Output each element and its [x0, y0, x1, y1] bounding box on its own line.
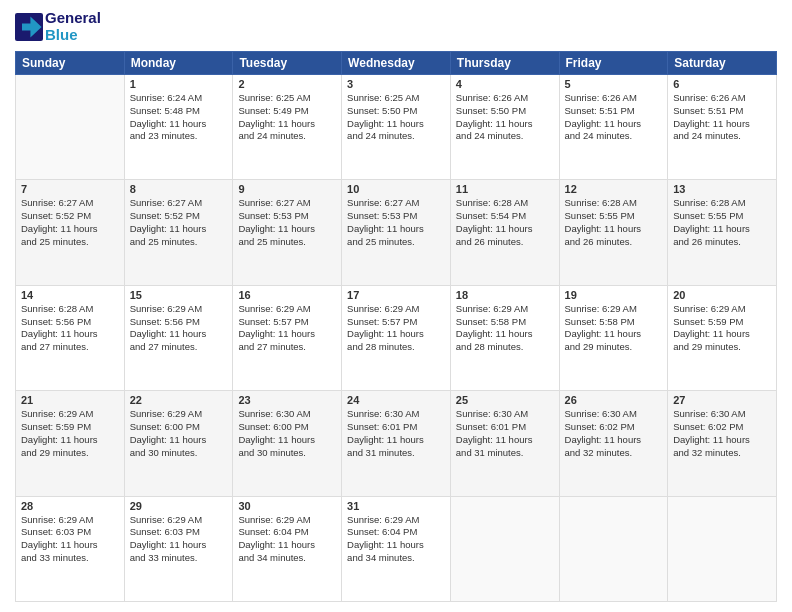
day-info: Sunrise: 6:25 AMSunset: 5:49 PMDaylight:…: [238, 92, 336, 143]
day-number: 6: [673, 78, 771, 90]
weekday-header-monday: Monday: [124, 52, 233, 75]
calendar-cell: 26Sunrise: 6:30 AMSunset: 6:02 PMDayligh…: [559, 391, 668, 496]
day-number: 13: [673, 183, 771, 195]
day-number: 28: [21, 500, 119, 512]
day-number: 7: [21, 183, 119, 195]
day-info: Sunrise: 6:29 AMSunset: 5:57 PMDaylight:…: [347, 303, 445, 354]
day-info: Sunrise: 6:27 AMSunset: 5:52 PMDaylight:…: [21, 197, 119, 248]
day-info: Sunrise: 6:30 AMSunset: 6:01 PMDaylight:…: [456, 408, 554, 459]
day-number: 25: [456, 394, 554, 406]
day-info: Sunrise: 6:27 AMSunset: 5:53 PMDaylight:…: [238, 197, 336, 248]
day-info: Sunrise: 6:29 AMSunset: 6:03 PMDaylight:…: [130, 514, 228, 565]
day-info: Sunrise: 6:29 AMSunset: 5:58 PMDaylight:…: [565, 303, 663, 354]
day-info: Sunrise: 6:28 AMSunset: 5:54 PMDaylight:…: [456, 197, 554, 248]
day-number: 16: [238, 289, 336, 301]
calendar-cell: 29Sunrise: 6:29 AMSunset: 6:03 PMDayligh…: [124, 496, 233, 601]
day-info: Sunrise: 6:29 AMSunset: 6:00 PMDaylight:…: [130, 408, 228, 459]
day-number: 14: [21, 289, 119, 301]
day-info: Sunrise: 6:30 AMSunset: 6:01 PMDaylight:…: [347, 408, 445, 459]
calendar-cell: 11Sunrise: 6:28 AMSunset: 5:54 PMDayligh…: [450, 180, 559, 285]
day-info: Sunrise: 6:29 AMSunset: 6:04 PMDaylight:…: [347, 514, 445, 565]
calendar-table: SundayMondayTuesdayWednesdayThursdayFrid…: [15, 51, 777, 602]
calendar-week-row: 14Sunrise: 6:28 AMSunset: 5:56 PMDayligh…: [16, 285, 777, 390]
calendar-cell: 15Sunrise: 6:29 AMSunset: 5:56 PMDayligh…: [124, 285, 233, 390]
weekday-header-saturday: Saturday: [668, 52, 777, 75]
day-number: 18: [456, 289, 554, 301]
weekday-header-sunday: Sunday: [16, 52, 125, 75]
day-number: 31: [347, 500, 445, 512]
day-number: 26: [565, 394, 663, 406]
calendar-cell: 20Sunrise: 6:29 AMSunset: 5:59 PMDayligh…: [668, 285, 777, 390]
day-number: 15: [130, 289, 228, 301]
page: General Blue SundayMondayTuesdayWednesda…: [0, 0, 792, 612]
day-number: 21: [21, 394, 119, 406]
day-info: Sunrise: 6:30 AMSunset: 6:02 PMDaylight:…: [673, 408, 771, 459]
calendar-cell: [668, 496, 777, 601]
logo: General Blue: [15, 10, 101, 43]
day-number: 8: [130, 183, 228, 195]
calendar-cell: 17Sunrise: 6:29 AMSunset: 5:57 PMDayligh…: [342, 285, 451, 390]
calendar-cell: 7Sunrise: 6:27 AMSunset: 5:52 PMDaylight…: [16, 180, 125, 285]
day-info: Sunrise: 6:28 AMSunset: 5:56 PMDaylight:…: [21, 303, 119, 354]
day-number: 23: [238, 394, 336, 406]
day-number: 20: [673, 289, 771, 301]
calendar-week-row: 7Sunrise: 6:27 AMSunset: 5:52 PMDaylight…: [16, 180, 777, 285]
day-info: Sunrise: 6:29 AMSunset: 5:59 PMDaylight:…: [673, 303, 771, 354]
day-info: Sunrise: 6:29 AMSunset: 6:03 PMDaylight:…: [21, 514, 119, 565]
day-info: Sunrise: 6:29 AMSunset: 5:57 PMDaylight:…: [238, 303, 336, 354]
day-number: 9: [238, 183, 336, 195]
calendar-cell: 18Sunrise: 6:29 AMSunset: 5:58 PMDayligh…: [450, 285, 559, 390]
day-number: 2: [238, 78, 336, 90]
day-number: 4: [456, 78, 554, 90]
calendar-cell: 28Sunrise: 6:29 AMSunset: 6:03 PMDayligh…: [16, 496, 125, 601]
day-number: 29: [130, 500, 228, 512]
calendar-cell: 25Sunrise: 6:30 AMSunset: 6:01 PMDayligh…: [450, 391, 559, 496]
day-info: Sunrise: 6:30 AMSunset: 6:02 PMDaylight:…: [565, 408, 663, 459]
weekday-header-wednesday: Wednesday: [342, 52, 451, 75]
logo-icon: [15, 13, 43, 41]
calendar-cell: 1Sunrise: 6:24 AMSunset: 5:48 PMDaylight…: [124, 75, 233, 180]
calendar-cell: 5Sunrise: 6:26 AMSunset: 5:51 PMDaylight…: [559, 75, 668, 180]
calendar-cell: 22Sunrise: 6:29 AMSunset: 6:00 PMDayligh…: [124, 391, 233, 496]
calendar-cell: 10Sunrise: 6:27 AMSunset: 5:53 PMDayligh…: [342, 180, 451, 285]
day-info: Sunrise: 6:29 AMSunset: 5:58 PMDaylight:…: [456, 303, 554, 354]
day-number: 17: [347, 289, 445, 301]
calendar-cell: [559, 496, 668, 601]
calendar-cell: 3Sunrise: 6:25 AMSunset: 5:50 PMDaylight…: [342, 75, 451, 180]
calendar-cell: [16, 75, 125, 180]
calendar-cell: 14Sunrise: 6:28 AMSunset: 5:56 PMDayligh…: [16, 285, 125, 390]
weekday-header-thursday: Thursday: [450, 52, 559, 75]
day-info: Sunrise: 6:27 AMSunset: 5:53 PMDaylight:…: [347, 197, 445, 248]
day-info: Sunrise: 6:28 AMSunset: 5:55 PMDaylight:…: [673, 197, 771, 248]
calendar-cell: 19Sunrise: 6:29 AMSunset: 5:58 PMDayligh…: [559, 285, 668, 390]
calendar-cell: 2Sunrise: 6:25 AMSunset: 5:49 PMDaylight…: [233, 75, 342, 180]
day-number: 11: [456, 183, 554, 195]
calendar-cell: [450, 496, 559, 601]
day-number: 12: [565, 183, 663, 195]
calendar-cell: 24Sunrise: 6:30 AMSunset: 6:01 PMDayligh…: [342, 391, 451, 496]
day-number: 10: [347, 183, 445, 195]
calendar-cell: 21Sunrise: 6:29 AMSunset: 5:59 PMDayligh…: [16, 391, 125, 496]
calendar-cell: 31Sunrise: 6:29 AMSunset: 6:04 PMDayligh…: [342, 496, 451, 601]
day-info: Sunrise: 6:30 AMSunset: 6:00 PMDaylight:…: [238, 408, 336, 459]
calendar-cell: 9Sunrise: 6:27 AMSunset: 5:53 PMDaylight…: [233, 180, 342, 285]
day-info: Sunrise: 6:26 AMSunset: 5:51 PMDaylight:…: [673, 92, 771, 143]
day-info: Sunrise: 6:25 AMSunset: 5:50 PMDaylight:…: [347, 92, 445, 143]
day-number: 30: [238, 500, 336, 512]
calendar-cell: 27Sunrise: 6:30 AMSunset: 6:02 PMDayligh…: [668, 391, 777, 496]
day-info: Sunrise: 6:29 AMSunset: 6:04 PMDaylight:…: [238, 514, 336, 565]
day-number: 5: [565, 78, 663, 90]
weekday-header-row: SundayMondayTuesdayWednesdayThursdayFrid…: [16, 52, 777, 75]
weekday-header-tuesday: Tuesday: [233, 52, 342, 75]
day-number: 24: [347, 394, 445, 406]
logo-text: General Blue: [45, 10, 101, 43]
calendar-cell: 12Sunrise: 6:28 AMSunset: 5:55 PMDayligh…: [559, 180, 668, 285]
day-number: 1: [130, 78, 228, 90]
day-info: Sunrise: 6:29 AMSunset: 5:59 PMDaylight:…: [21, 408, 119, 459]
day-info: Sunrise: 6:26 AMSunset: 5:51 PMDaylight:…: [565, 92, 663, 143]
header: General Blue: [15, 10, 777, 43]
weekday-header-friday: Friday: [559, 52, 668, 75]
calendar-cell: 4Sunrise: 6:26 AMSunset: 5:50 PMDaylight…: [450, 75, 559, 180]
day-info: Sunrise: 6:28 AMSunset: 5:55 PMDaylight:…: [565, 197, 663, 248]
calendar-cell: 13Sunrise: 6:28 AMSunset: 5:55 PMDayligh…: [668, 180, 777, 285]
